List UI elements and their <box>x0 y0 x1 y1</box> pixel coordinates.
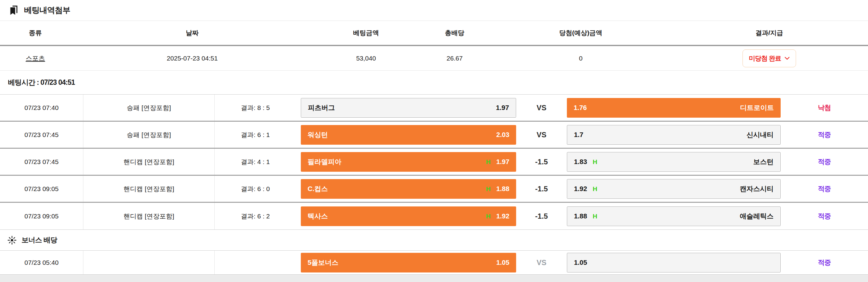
bonus-pick-box: 5폴보너스 1.05 <box>301 253 516 273</box>
bonus-row: 07/23 05:40 5폴보너스 1.05 VS 1.05 적중 <box>0 251 868 275</box>
total-odds-value: 26.67 <box>418 46 491 70</box>
outcome-label: 적중 <box>818 212 831 221</box>
column-header-win-amount: 당첨(예상)금액 <box>491 21 671 45</box>
game-row: 07/23 09:05 핸디캡 [연장포함] 결과: 6 : 0 C.컵스 H1… <box>0 176 868 203</box>
column-header-result: 결과/지급 <box>671 21 868 45</box>
game-time: 07/23 07:40 <box>0 95 83 121</box>
vs-label: VS <box>536 104 546 112</box>
away-team-box: 1.88H 애슬레틱스 <box>567 206 781 226</box>
outcome-label: 적중 <box>818 130 831 139</box>
bet-type-link[interactable]: 스포츠 <box>26 54 45 63</box>
home-team-odds: 2.03 <box>496 131 509 139</box>
away-team-odds: 1.83 <box>574 158 587 166</box>
column-header-type: 종류 <box>0 21 71 45</box>
game-row: 07/23 07:45 핸디캡 [연장포함] 결과: 4 : 1 필라델피아 H… <box>0 149 868 176</box>
home-team-name: C.컵스 <box>308 184 328 193</box>
bonus-section-header: 보너스 배당 <box>0 230 868 251</box>
away-team-name: 애슬레틱스 <box>740 212 774 221</box>
game-row: 07/23 09:05 핸디캡 [연장포함] 결과: 6 : 2 텍사스 H1.… <box>0 203 868 230</box>
home-team-odds: 1.88 <box>496 185 509 193</box>
summary-header-row: 종류 날짜 베팅금액 총배당 당첨(예상)금액 결과/지급 <box>0 21 868 46</box>
win-amount-value: 0 <box>491 46 671 70</box>
bonus-name: 5폴보너스 <box>308 258 338 267</box>
home-team-odds: 1.92 <box>496 212 509 220</box>
handicap-value: -1.5 <box>535 212 548 220</box>
home-team-box: C.컵스 H1.88 <box>301 179 516 199</box>
game-bet-type: 핸디캡 [연장포함] <box>83 176 215 202</box>
vs-label: VS <box>536 258 546 267</box>
handicap-value: -1.5 <box>535 185 548 193</box>
game-time: 07/23 09:05 <box>0 203 83 230</box>
outcome-label: 적중 <box>818 258 831 267</box>
game-time: 07/23 07:45 <box>0 121 83 148</box>
game-bet-type: 승패 [연장포함] <box>83 95 215 121</box>
home-team-odds: 1.97 <box>496 158 509 166</box>
away-team-name: 디트로이트 <box>740 103 774 112</box>
game-time: 07/23 09:05 <box>0 176 83 202</box>
handicap-icon: H <box>486 158 491 166</box>
bonus-empty-type <box>83 251 215 274</box>
away-team-box: 1.92H 캔자스시티 <box>567 179 781 199</box>
outcome-label: 적중 <box>818 157 831 167</box>
home-team-name: 피츠버그 <box>308 103 335 112</box>
away-team-box: 1.76 디트로이트 <box>567 98 781 118</box>
vs-label: VS <box>536 131 546 139</box>
home-team-name: 필라델피아 <box>308 157 341 167</box>
game-time: 07/23 07:45 <box>0 149 83 175</box>
bonus-time: 07/23 05:40 <box>0 251 83 274</box>
home-team-box: 피츠버그 1.97 <box>301 98 516 118</box>
handicap-value: -1.5 <box>535 157 548 166</box>
away-team-box: 1.83H 보스턴 <box>567 152 781 172</box>
betting-time-bar: 베팅시간 : 07/23 04:51 <box>0 71 868 95</box>
outcome-label: 적중 <box>818 184 831 193</box>
bet-date: 2025-07-23 04:51 <box>71 46 314 70</box>
footer-strip <box>0 275 868 282</box>
game-score: 결과: 6 : 1 <box>215 121 296 148</box>
home-team-name: 텍사스 <box>308 212 328 221</box>
handicap-icon: H <box>486 213 491 220</box>
away-team-odds: 1.7 <box>574 131 584 139</box>
sun-icon <box>7 236 17 245</box>
game-score: 결과: 6 : 2 <box>215 203 296 230</box>
away-team-box: 1.7 신시내티 <box>567 125 781 145</box>
away-team-odds: 1.76 <box>574 104 587 112</box>
bonus-other-odds: 1.05 <box>574 259 587 267</box>
handicap-icon: H <box>593 185 597 192</box>
betting-time-label: 베팅시간 : 07/23 04:51 <box>8 78 75 87</box>
game-score: 결과: 8 : 5 <box>215 95 296 121</box>
home-team-odds: 1.97 <box>496 104 509 112</box>
betting-history-panel: 베팅내역첨부 종류 날짜 베팅금액 총배당 당첨(예상)금액 결과/지급 스포츠… <box>0 0 868 282</box>
bonus-other-box: 1.05 <box>567 253 781 273</box>
outcome-label: 낙첨 <box>818 103 831 112</box>
game-score: 결과: 6 : 0 <box>215 176 296 202</box>
bet-amount-value: 53,040 <box>314 46 418 70</box>
column-header-bet-amount: 베팅금액 <box>314 21 418 45</box>
result-status-label: 미당첨 완료 <box>749 54 781 63</box>
game-bet-type: 승패 [연장포함] <box>83 121 215 148</box>
home-team-name: 워싱턴 <box>308 130 328 139</box>
column-header-date: 날짜 <box>71 21 314 45</box>
bookmark-icon <box>9 5 19 16</box>
result-status-button[interactable]: 미당첨 완료 <box>743 49 796 67</box>
away-team-name: 신시내티 <box>746 130 774 139</box>
game-row: 07/23 07:45 승패 [연장포함] 결과: 6 : 1 워싱턴 2.03… <box>0 121 868 149</box>
summary-row: 스포츠 2025-07-23 04:51 53,040 26.67 0 미당첨 … <box>0 46 868 71</box>
game-row: 07/23 07:40 승패 [연장포함] 결과: 8 : 5 피츠버그 1.9… <box>0 95 868 121</box>
handicap-icon: H <box>486 185 491 192</box>
home-team-box: 필라델피아 H1.97 <box>301 152 516 172</box>
handicap-icon: H <box>593 213 597 220</box>
away-team-name: 캔자스시티 <box>740 184 774 193</box>
away-team-name: 보스턴 <box>753 157 774 167</box>
bonus-odds: 1.05 <box>496 259 509 267</box>
bonus-empty-score <box>215 251 296 274</box>
game-score: 결과: 4 : 1 <box>215 149 296 175</box>
chevron-down-icon <box>785 57 789 60</box>
home-team-box: 워싱턴 2.03 <box>301 125 516 145</box>
away-team-odds: 1.92 <box>574 185 587 193</box>
column-header-total-odds: 총배당 <box>418 21 491 45</box>
game-bet-type: 핸디캡 [연장포함] <box>83 203 215 230</box>
bonus-section-title: 보너스 배당 <box>22 235 57 245</box>
away-team-odds: 1.88 <box>574 212 587 220</box>
game-bet-type: 핸디캡 [연장포함] <box>83 149 215 175</box>
title-bar: 베팅내역첨부 <box>0 0 868 21</box>
